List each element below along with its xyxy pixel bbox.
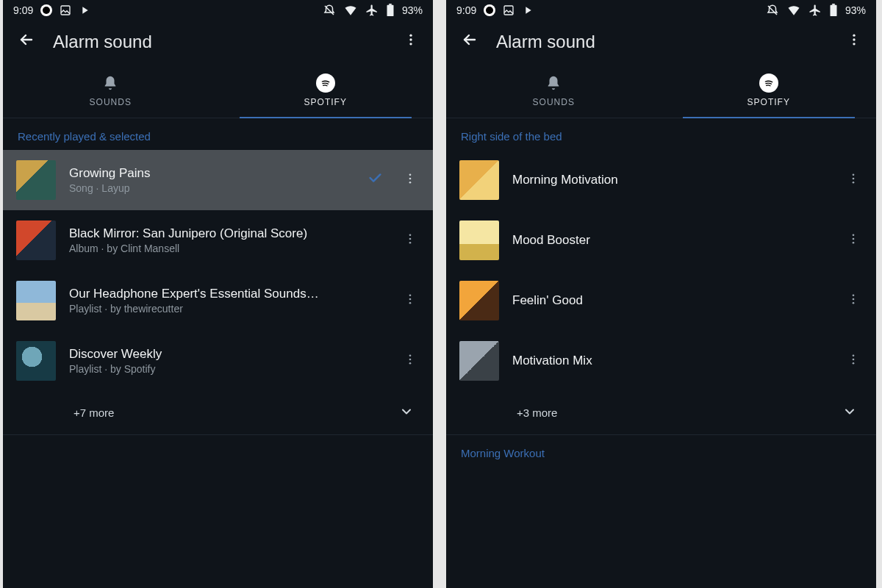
spotify-status-icon: [484, 4, 495, 16]
section-header-recent: Recently played & selected: [3, 118, 433, 150]
dnd-icon: [323, 4, 336, 17]
album-art: [459, 281, 499, 320]
svg-rect-0: [61, 6, 70, 15]
status-bar: 9:09: [3, 0, 433, 21]
tab-sounds[interactable]: SOUNDS: [446, 66, 662, 118]
track-list: Growing Pains Song · Layup Black Mirror:…: [3, 150, 433, 435]
section-header-right: Right side of the bed: [446, 118, 876, 150]
phone-left: 9:09: [3, 0, 433, 588]
airplane-icon: [808, 4, 822, 17]
svg-point-31: [853, 298, 855, 300]
track-title: Feelin' Good: [512, 293, 831, 308]
album-art: [16, 341, 56, 381]
track-title: Black Mirror: San Junipero (Original Sco…: [69, 226, 387, 241]
list-item[interactable]: Feelin' Good: [446, 270, 876, 331]
phone-right: 9:09: [446, 0, 876, 588]
svg-point-7: [409, 177, 412, 179]
more-row[interactable]: +7 more: [3, 391, 433, 434]
overflow-menu[interactable]: [404, 32, 418, 51]
svg-point-11: [409, 241, 412, 243]
track-title: Motivation Mix: [512, 354, 831, 368]
spotify-icon: [759, 74, 778, 93]
tab-spotify-label: SPOTIFY: [747, 97, 790, 107]
svg-point-29: [853, 241, 855, 243]
item-overflow[interactable]: [401, 353, 420, 370]
svg-rect-20: [832, 4, 835, 5]
album-art: [459, 160, 499, 200]
more-row[interactable]: +3 more: [446, 391, 876, 434]
svg-point-12: [409, 294, 412, 296]
app-bar: Alarm sound: [3, 21, 433, 66]
track-subtitle: Playlist · by Spotify: [69, 363, 387, 375]
svg-point-32: [853, 301, 855, 304]
svg-point-17: [409, 362, 412, 364]
status-bar: 9:09: [446, 0, 876, 21]
track-title: Our Headphone Expert's Essential Sounds…: [69, 287, 387, 301]
svg-point-16: [409, 358, 412, 360]
svg-point-34: [853, 358, 855, 360]
svg-point-13: [409, 298, 412, 300]
battery-icon: [386, 4, 395, 17]
check-icon: [362, 170, 387, 190]
back-button[interactable]: [461, 31, 478, 53]
list-item[interactable]: Black Mirror: San Junipero (Original Sco…: [3, 210, 433, 270]
svg-point-30: [853, 294, 855, 296]
svg-point-27: [853, 234, 855, 236]
svg-point-33: [853, 354, 855, 356]
list-item[interactable]: Discover Weekly Playlist · by Spotify: [3, 331, 433, 391]
item-overflow[interactable]: [844, 353, 863, 370]
album-art: [16, 281, 56, 320]
track-subtitle: Playlist · by thewirecutter: [69, 303, 387, 315]
divider: [3, 434, 433, 435]
play-status-icon: [522, 4, 534, 16]
svg-point-4: [409, 38, 412, 40]
tab-sounds[interactable]: SOUNDS: [3, 66, 218, 118]
album-art: [16, 220, 56, 260]
svg-point-5: [409, 43, 412, 45]
svg-point-15: [409, 354, 412, 356]
more-label: +7 more: [74, 406, 114, 419]
battery-icon: [829, 4, 838, 17]
battery-percent: 93%: [845, 4, 866, 16]
track-title: Growing Pains: [69, 166, 349, 181]
svg-point-25: [853, 177, 855, 179]
tabs: SOUNDS SPOTIFY: [3, 66, 433, 118]
item-overflow[interactable]: [844, 232, 863, 249]
chevron-down-icon: [399, 404, 414, 421]
back-button[interactable]: [18, 31, 35, 53]
overflow-menu[interactable]: [847, 32, 861, 51]
status-time: 9:09: [456, 4, 476, 16]
item-overflow[interactable]: [401, 172, 420, 189]
page-title: Alarm sound: [53, 32, 386, 52]
item-overflow[interactable]: [401, 232, 420, 249]
svg-point-23: [853, 43, 855, 45]
item-overflow[interactable]: [401, 293, 420, 309]
tab-spotify[interactable]: SPOTIFY: [218, 66, 434, 118]
svg-point-6: [409, 173, 412, 176]
item-overflow[interactable]: [844, 172, 863, 189]
svg-point-9: [409, 234, 412, 236]
status-time: 9:09: [13, 4, 33, 16]
list-item[interactable]: Motivation Mix: [446, 331, 876, 391]
track-subtitle: Song · Layup: [69, 182, 349, 194]
list-item[interactable]: Morning Motivation: [446, 150, 876, 210]
list-item[interactable]: Growing Pains Song · Layup: [3, 150, 433, 210]
list-item[interactable]: Our Headphone Expert's Essential Sounds……: [3, 270, 433, 331]
image-status-icon: [60, 4, 71, 16]
tab-spotify[interactable]: SPOTIFY: [662, 66, 877, 118]
page-title: Alarm sound: [496, 32, 829, 52]
svg-rect-2: [389, 4, 392, 5]
svg-point-28: [853, 237, 855, 240]
wifi-icon: [343, 3, 358, 18]
svg-rect-1: [387, 5, 393, 16]
svg-rect-19: [830, 5, 836, 16]
dnd-icon: [766, 4, 779, 17]
album-art: [16, 160, 56, 200]
tab-spotify-label: SPOTIFY: [304, 97, 347, 107]
list-item[interactable]: Mood Booster: [446, 210, 876, 270]
item-overflow[interactable]: [844, 293, 863, 309]
image-status-icon: [503, 4, 514, 16]
album-art: [459, 341, 499, 381]
svg-point-3: [409, 35, 412, 37]
more-label: +3 more: [517, 406, 557, 419]
